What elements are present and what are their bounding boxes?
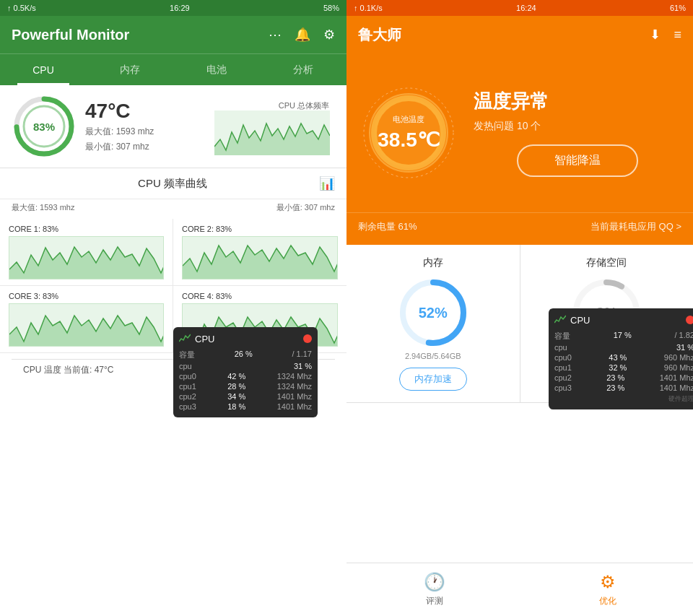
app-title-left: Powerful Monitor	[12, 27, 129, 43]
memory-circle: 52%	[397, 277, 469, 349]
tab-battery[interactable]: 电池	[173, 54, 260, 85]
cpu-overview-chart: CPU 总体频率	[214, 97, 335, 155]
status-time-right: 16:24	[516, 4, 536, 12]
cpu-overview: 83% 47°C 最大值: 1593 mhz 最小值: 307 mhz CPU …	[0, 85, 346, 168]
tab-memory[interactable]: 内存	[87, 54, 173, 85]
header-icons-left: ⋯ 🔔 ⚙	[269, 27, 335, 43]
floating-cpu-widget-left[interactable]: CPU 容量 26 % / 1.17 cpu 31 % cpu0	[173, 327, 318, 417]
chart-icon[interactable]: 📊	[319, 175, 335, 191]
warning-sub: 发热问题 10 个	[474, 120, 681, 133]
right-panel: ↑ 0.1K/s 16:24 61% 鲁大师 ⬇ ≡ 电池温度 38.5℃	[346, 0, 693, 616]
tab-cpu[interactable]: CPU	[0, 54, 87, 85]
header-left: Powerful Monitor ⋯ 🔔 ⚙	[0, 16, 346, 53]
app-title-right: 鲁大师	[358, 25, 401, 45]
evaluate-icon: 🕐	[424, 572, 445, 592]
battery-temp-circle: 电池温度 38.5℃	[358, 82, 459, 183]
storage-title: 存储空间	[586, 256, 627, 269]
memory-boost-button[interactable]: 内存加速	[399, 368, 467, 391]
floating-cpu-title-right: CPU	[554, 314, 590, 326]
watermark: 硬件超理	[554, 394, 693, 404]
cpu-max-freq: 最大值: 1593 mhz	[85, 126, 206, 138]
freq-labels: 最大值: 1593 mhz 最小值: 307 mhz	[0, 199, 346, 219]
memory-title: 内存	[423, 256, 443, 269]
core-1-cell: CORE 1: 83%	[0, 219, 173, 286]
optimize-icon: ⚙	[600, 572, 616, 592]
battery-info-bar: 剩余电量 61% 当前最耗电应用 QQ >	[346, 212, 693, 245]
cores-grid: CORE 1: 83% CORE 2: 83%	[0, 219, 346, 353]
optimize-label: 优化	[599, 595, 616, 607]
status-bar-left: ↑ 0.5K/s 16:29 58%	[0, 0, 346, 16]
red-dot-left	[303, 334, 312, 343]
widget-row-0-right: 容量 17 % / 1.82	[554, 330, 693, 342]
status-battery-right: 61%	[670, 4, 686, 12]
memory-size: 2.94GB/5.64GB	[405, 352, 461, 360]
floating-cpu-header-right: CPU	[554, 314, 693, 326]
widget-row-4-right: cpu2 23 % 1401 Mhz	[554, 373, 693, 383]
memory-pct-label: 52%	[419, 305, 448, 321]
core-3-label: CORE 3: 83%	[9, 292, 164, 300]
battery-remain: 剩余电量 61%	[358, 220, 417, 233]
freq-section-title: CPU 频率曲线	[26, 177, 319, 191]
core-2-cell: CORE 2: 83%	[173, 219, 346, 286]
cpu-temperature: 47°C	[85, 100, 206, 123]
cpu-usage-label: 83%	[33, 121, 55, 133]
evaluate-label: 评测	[426, 595, 443, 607]
widget-row-2-left: cpu0 42 % 1324 Mhz	[179, 371, 312, 381]
tab-bar: CPU 内存 电池 分析	[0, 53, 346, 85]
battery-section: 电池温度 38.5℃ 温度异常 发热问题 10 个 智能降温	[346, 53, 693, 212]
core-4-cell: CORE 4: 83% CPU	[173, 286, 346, 353]
cpu-min-freq: 最小值: 307 mhz	[85, 141, 206, 153]
battery-info-right: 温度异常 发热问题 10 个 智能降温	[474, 89, 681, 177]
core-1-chart	[9, 236, 164, 279]
header-icons-right: ⬇ ≡	[650, 27, 681, 43]
red-dot-right	[686, 316, 693, 324]
main-content-left: 83% 47°C 最大值: 1593 mhz 最小值: 307 mhz CPU …	[0, 85, 346, 616]
storage-column: 存储空间 8% CPU	[520, 245, 694, 402]
core-3-chart	[9, 303, 164, 347]
mem-storage-section: 内存 52% 2.94GB/5.64GB 内存加速 存储空间	[346, 245, 693, 403]
widget-row-3-right: cpu1 32 % 960 Mhz	[554, 363, 693, 373]
core-3-cell: CORE 3: 83%	[0, 286, 173, 353]
toolbar-item-optimize[interactable]: ⚙ 优化	[599, 572, 616, 607]
widget-row-5-right: cpu3 23 % 1401 Mhz	[554, 383, 693, 393]
widget-row-0-left: 容量 26 % / 1.17	[179, 349, 312, 361]
status-battery-left: 58%	[323, 4, 339, 12]
freq-section-header: CPU 频率曲线 📊	[0, 168, 346, 199]
battery-circle-label: 电池温度 38.5℃	[378, 114, 440, 152]
status-time-left: 16:29	[170, 4, 190, 12]
menu-icon[interactable]: ≡	[674, 27, 681, 43]
widget-row-3-left: cpu1 28 % 1324 Mhz	[179, 381, 312, 391]
widget-row-1-left: cpu 31 %	[179, 361, 312, 371]
top-app[interactable]: 当前最耗电应用 QQ >	[590, 220, 681, 233]
cpu-temp-info: 47°C 最大值: 1593 mhz 最小值: 307 mhz	[85, 100, 206, 153]
core-4-label: CORE 4: 83%	[182, 292, 338, 300]
share-icon[interactable]: ⋯	[269, 27, 282, 43]
memory-column: 内存 52% 2.94GB/5.64GB 内存加速	[346, 245, 520, 402]
header-right: 鲁大师 ⬇ ≡	[346, 16, 693, 53]
cool-button[interactable]: 智能降温	[517, 144, 638, 177]
widget-row-2-right: cpu0 43 % 960 Mhz	[554, 352, 693, 363]
floating-cpu-widget-right[interactable]: CPU 容量 17 % / 1.82 cpu 31 % cpu0 43 % 96…	[549, 308, 693, 409]
core-2-label: CORE 2: 83%	[182, 225, 338, 233]
status-speed-left: ↑ 0.5K/s	[7, 4, 36, 12]
settings-icon[interactable]: ⚙	[323, 27, 335, 43]
cpu-chart-label: CPU 总体频率	[279, 100, 329, 111]
freq-max-label: 最大值: 1593 mhz	[12, 202, 74, 213]
freq-min-label: 最小值: 307 mhz	[276, 202, 335, 213]
status-bar-right: ↑ 0.1K/s 16:24 61%	[346, 0, 693, 16]
status-speed-right: ↑ 0.1K/s	[354, 4, 383, 12]
core-2-chart	[182, 236, 338, 279]
widget-row-1-right: cpu 31 %	[554, 342, 693, 352]
floating-cpu-title-left: CPU	[179, 333, 214, 344]
core-1-label: CORE 1: 83%	[9, 225, 164, 233]
widget-row-5-left: cpu3 18 % 1401 Mhz	[179, 402, 312, 412]
cpu-usage-circle: 83%	[12, 94, 77, 159]
notification-icon[interactable]: 🔔	[295, 27, 310, 43]
bottom-toolbar: 🕐 评测 ⚙ 优化	[346, 563, 693, 616]
download-icon[interactable]: ⬇	[650, 27, 661, 43]
warning-title: 温度异常	[474, 89, 681, 114]
toolbar-item-evaluate[interactable]: 🕐 评测	[424, 572, 445, 607]
tab-analysis[interactable]: 分析	[260, 54, 346, 85]
widget-row-4-left: cpu2 34 % 1401 Mhz	[179, 391, 312, 402]
